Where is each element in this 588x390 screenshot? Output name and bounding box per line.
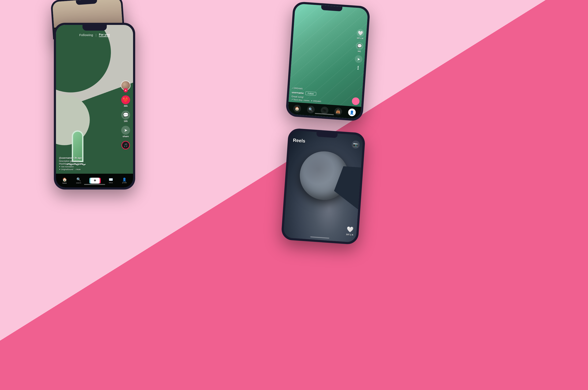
phone-3-like-count: 107.1 K — [357, 37, 363, 40]
tiktok-nav-inbox-label: inbox — [109, 182, 113, 184]
tiktok-translation[interactable]: ✦ See translation — [59, 166, 119, 168]
phone-3-nav-profile[interactable]: 👤 — [348, 108, 356, 116]
foryou-tab[interactable]: For you — [99, 33, 110, 37]
phone-3-more-action[interactable]: ••• — [356, 66, 360, 70]
creator-avatar[interactable]: + — [121, 81, 130, 90]
green-sculpture — [67, 124, 89, 162]
follow-plus-badge: + — [123, 88, 128, 93]
phone-3-username: username — [292, 91, 304, 95]
reels-title: Reels — [293, 137, 305, 144]
tiktok-header-tabs: Following | For you — [56, 33, 133, 37]
phone-3-comment-count: 342 — [357, 50, 361, 52]
tiktok-hashtags[interactable]: #hashtags #music #dance — [59, 163, 119, 165]
tiktok-nav-search[interactable]: 🔍 search — [76, 177, 81, 184]
comment-action[interactable]: 💬 165 — [121, 111, 130, 122]
header-divider: | — [96, 33, 97, 37]
tiktok-nav-profile-label: profile — [122, 182, 127, 184]
tiktok-nav-home-label: home — [62, 182, 67, 184]
phone-3-nav-home[interactable]: 🏠 — [293, 104, 301, 112]
share-action[interactable]: ➤ share — [121, 126, 130, 138]
phone-2-screen: 〜〜〜 Following | For you + ❤️ 365 💬 165 — [56, 25, 133, 187]
tiktok-right-actions: + ❤️ 365 💬 165 ➤ share 🎵 — [121, 81, 130, 149]
tiktok-sound-info: ✦ OriginalSound ♪ Mute — [59, 168, 119, 171]
reels-heart-icon[interactable]: 🤍 — [346, 226, 353, 233]
phone-2-home-indicator — [84, 184, 105, 185]
following-tab[interactable]: Following — [79, 33, 93, 37]
tiktok-nav-search-label: search — [76, 182, 81, 184]
tiktok-username-time: @username • 3h ago — [59, 157, 119, 159]
phone-2: 〜〜〜 Following | For you + ❤️ 365 💬 165 — [54, 23, 135, 190]
follow-button[interactable]: Follow — [305, 91, 316, 96]
phone-3-comment-action[interactable]: 💬 342 — [355, 42, 363, 52]
reels-like-count: 107.1 K — [346, 233, 353, 236]
like-action[interactable]: ❤️ 365 — [121, 96, 130, 107]
like-count: 365 — [124, 105, 127, 107]
phone-4-screen: Reels 📷 🤍 107.1 K — [283, 130, 363, 243]
tiktok-nav-home[interactable]: 🏠 home — [62, 177, 67, 184]
tiktok-bottom-nav: 🏠 home 🔍 search + ✉️ inbox 👤 profile — [56, 174, 133, 187]
reels-camera-btn[interactable]: 📷 — [352, 140, 360, 149]
tiktok-mute[interactable]: ♪ Mute — [75, 168, 81, 171]
phone-3-like-action[interactable]: 🤍 107.1 K — [356, 29, 364, 40]
share-label: share — [122, 135, 129, 138]
tiktok-sound[interactable]: ✦ OriginalSound — [59, 168, 73, 171]
comment-count: 165 — [124, 120, 127, 122]
phone-4: Reels 📷 🤍 107.1 K — [281, 128, 366, 245]
phone-3-nav-bag[interactable]: 👜 — [334, 107, 342, 115]
music-disc[interactable]: 🎵 — [121, 141, 130, 149]
tiktok-video-info: @username • 3h ago Description goes here… — [59, 157, 119, 171]
tiktok-nav-plus[interactable]: + — [90, 178, 100, 184]
phone-3-screen: 🤍 107.1 K 💬 342 ➤ ••• ♪ DREAMS username … — [288, 3, 368, 119]
tiktok-nav-profile[interactable]: 👤 profile — [122, 178, 127, 184]
phone-3-share-action[interactable]: ➤ — [354, 55, 363, 63]
phone-3-nav-search[interactable]: 🔍 — [307, 105, 315, 113]
tiktok-nav-inbox[interactable]: ✉️ inbox — [109, 178, 113, 184]
phone-3: 🤍 107.1 K 💬 342 ➤ ••• ♪ DREAMS username … — [285, 1, 370, 121]
phone-2-notch — [82, 25, 107, 31]
tiktok-description: Description goes here — [59, 160, 119, 162]
reels-bottom-actions: 🤍 107.1 K — [346, 226, 354, 236]
